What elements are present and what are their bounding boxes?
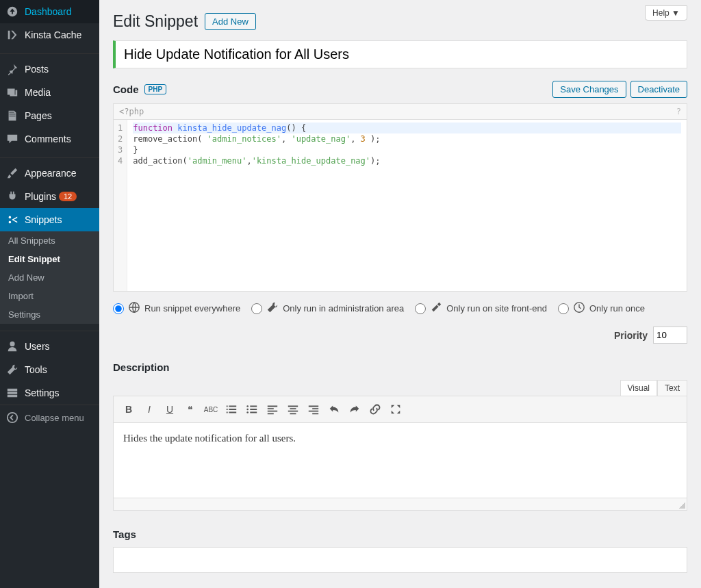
- pages-icon: [5, 109, 19, 123]
- wrench-icon: [5, 363, 19, 376]
- run-label: Only run once: [589, 303, 645, 314]
- sidebar-label: Posts: [25, 64, 49, 75]
- svg-point-4: [246, 409, 248, 411]
- editor-statusbar: [113, 498, 687, 511]
- sidebar-item-plugins[interactable]: Plugins 12: [0, 185, 99, 208]
- run-options: Run snippet everywhere Only run in admin…: [113, 301, 687, 344]
- sidebar-item-tools[interactable]: Tools: [0, 358, 99, 381]
- redo-icon[interactable]: [345, 400, 364, 419]
- sidebar-label: Media: [25, 87, 51, 98]
- sidebar-item-dashboard[interactable]: Dashboard: [0, 0, 99, 23]
- priority-input[interactable]: [653, 327, 687, 344]
- svg-point-0: [8, 413, 17, 422]
- run-label: Only run in administration area: [283, 303, 404, 314]
- save-changes-button-top[interactable]: Save Changes: [552, 81, 626, 98]
- fullscreen-icon[interactable]: [386, 400, 405, 419]
- sidebar-item-settings[interactable]: Settings: [0, 381, 99, 405]
- page-title: Edit Snippet: [113, 12, 198, 31]
- plug-icon: [5, 190, 19, 203]
- brush-icon: [5, 166, 19, 180]
- sidebar-label: Snippets: [25, 214, 62, 225]
- code-section-label: Code: [113, 84, 139, 95]
- code-header-lang: <?php: [119, 107, 144, 116]
- hammer-icon: [430, 301, 442, 316]
- submenu-all-snippets[interactable]: All Snippets: [0, 231, 99, 250]
- svg-point-5: [246, 411, 248, 413]
- code-gutter: 1234: [114, 120, 127, 291]
- code-lines[interactable]: function kinsta_hide_update_nag() {remov…: [127, 120, 687, 291]
- globe-icon: [128, 301, 140, 316]
- run-option-everywhere[interactable]: Run snippet everywhere: [113, 301, 240, 316]
- tags-section-label: Tags: [113, 528, 687, 540]
- snippet-title-input[interactable]: [113, 40, 687, 68]
- pin-icon: [5, 62, 19, 76]
- sidebar-label: Comments: [25, 133, 71, 144]
- submenu-edit-snippet[interactable]: Edit Snippet: [0, 250, 99, 268]
- deactivate-button[interactable]: Deactivate: [630, 81, 687, 98]
- user-icon: [5, 340, 19, 353]
- sidebar-item-appearance[interactable]: Appearance: [0, 162, 99, 185]
- description-text: Hides the update notification for all us…: [123, 433, 296, 444]
- sidebar-item-kinsta-cache[interactable]: Kinsta Cache: [0, 23, 99, 47]
- run-label: Run snippet everywhere: [144, 303, 240, 314]
- description-section-label: Description: [113, 361, 687, 373]
- description-editor[interactable]: Hides the update notification for all us…: [113, 423, 687, 498]
- sidebar-label: Appearance: [25, 168, 77, 179]
- sidebar-label: Plugins: [25, 191, 56, 202]
- editor-tab-text[interactable]: Text: [657, 380, 687, 396]
- admin-sidebar: Dashboard Kinsta Cache Posts Media Pages…: [0, 0, 99, 588]
- sidebar-item-snippets[interactable]: Snippets: [0, 208, 99, 231]
- priority-label: Priority: [614, 330, 648, 341]
- help-tab[interactable]: Help ▼: [645, 5, 687, 21]
- sidebar-item-users[interactable]: Users: [0, 335, 99, 358]
- run-option-once[interactable]: Only run once: [558, 301, 645, 316]
- run-option-admin[interactable]: Only run in administration area: [251, 301, 404, 316]
- editor-tab-visual[interactable]: Visual: [620, 380, 657, 396]
- comment-icon: [5, 132, 19, 146]
- scissors-icon: [5, 213, 19, 227]
- sidebar-item-media[interactable]: Media: [0, 81, 99, 104]
- list-ul-icon[interactable]: [242, 400, 262, 419]
- code-help-icon[interactable]: ?: [676, 107, 681, 116]
- italic-icon[interactable]: I: [140, 400, 159, 419]
- run-label: Only run on site front-end: [446, 303, 547, 314]
- editor-toolbar: B I U ❝ ABC: [113, 396, 687, 423]
- svg-point-3: [246, 405, 248, 407]
- sliders-icon: [5, 386, 19, 400]
- run-radio-frontend[interactable]: [415, 303, 426, 314]
- run-radio-admin[interactable]: [251, 303, 262, 314]
- tags-input[interactable]: [113, 547, 687, 573]
- sidebar-item-comments[interactable]: Comments: [0, 127, 99, 151]
- link-icon[interactable]: [366, 400, 385, 419]
- sidebar-label: Pages: [25, 110, 52, 121]
- media-icon: [5, 86, 19, 99]
- align-left-icon[interactable]: [263, 400, 282, 419]
- bold-icon[interactable]: B: [119, 400, 138, 419]
- list-ol-icon[interactable]: [222, 400, 241, 419]
- submenu-add-new[interactable]: Add New: [0, 268, 99, 287]
- sidebar-item-posts[interactable]: Posts: [0, 57, 99, 81]
- sidebar-label: Users: [25, 341, 50, 352]
- run-radio-everywhere[interactable]: [113, 303, 124, 314]
- kinsta-icon: [5, 28, 19, 42]
- align-right-icon[interactable]: [304, 400, 323, 419]
- snippets-submenu: All Snippets Edit Snippet Add New Import…: [0, 231, 99, 324]
- run-option-frontend[interactable]: Only run on site front-end: [415, 301, 547, 316]
- add-new-button[interactable]: Add New: [205, 13, 256, 30]
- align-center-icon[interactable]: [283, 400, 303, 419]
- undo-icon[interactable]: [324, 400, 344, 419]
- code-editor[interactable]: <?php? 1234 function kinsta_hide_update_…: [113, 103, 687, 292]
- quote-icon[interactable]: ❝: [181, 400, 200, 419]
- submenu-settings[interactable]: Settings: [0, 305, 99, 324]
- run-radio-once[interactable]: [558, 303, 569, 314]
- collapse-menu[interactable]: Collapse menu: [0, 405, 99, 430]
- sidebar-label: Kinsta Cache: [25, 29, 81, 40]
- underline-icon[interactable]: U: [160, 400, 179, 419]
- wrench-icon: [266, 301, 279, 316]
- strike-icon[interactable]: ABC: [201, 400, 220, 419]
- sidebar-label: Tools: [25, 364, 47, 375]
- main-content: Help ▼ Edit Snippet Add New Code PHP Sav…: [99, 0, 701, 588]
- sidebar-item-pages[interactable]: Pages: [0, 104, 99, 127]
- collapse-icon: [5, 411, 19, 424]
- submenu-import[interactable]: Import: [0, 287, 99, 305]
